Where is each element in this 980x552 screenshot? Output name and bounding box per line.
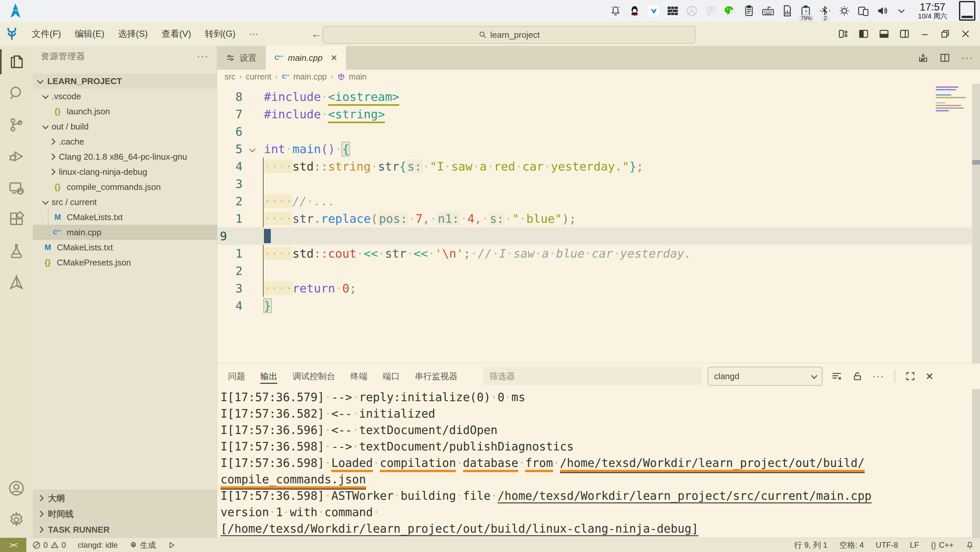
maximize-panel-icon[interactable] bbox=[905, 371, 916, 382]
accounts-icon[interactable] bbox=[0, 472, 33, 504]
archive-download-icon[interactable] bbox=[918, 52, 928, 63]
extensions-icon[interactable] bbox=[0, 204, 33, 235]
explorer-more-actions-icon[interactable]: ··· bbox=[197, 51, 209, 62]
clipboard-icon[interactable] bbox=[743, 5, 755, 17]
bluetooth-icon[interactable]: 2 bbox=[819, 5, 831, 17]
tree-item--vscode[interactable]: .vscode bbox=[33, 89, 217, 104]
volume-icon[interactable] bbox=[877, 5, 888, 17]
close-panel-icon[interactable]: ✕ bbox=[926, 371, 934, 382]
customize-layout-icon[interactable] bbox=[837, 27, 850, 40]
tree-item-launch-json[interactable]: {}launch.json bbox=[33, 104, 217, 119]
testing-icon[interactable] bbox=[0, 235, 33, 267]
breadcrumb-file[interactable]: main.cpp bbox=[293, 72, 327, 81]
panel-tab-端口[interactable]: 端口 bbox=[383, 363, 399, 389]
menu-view[interactable]: 查看(V) bbox=[154, 28, 198, 40]
unlock-icon[interactable] bbox=[852, 371, 863, 382]
code-line[interactable]: 2 bbox=[217, 262, 972, 280]
close-tab-icon[interactable]: ✕ bbox=[331, 53, 338, 63]
code-line[interactable]: 1····std::cout·<<·str·<<·'\n';·//·I·saw·… bbox=[217, 245, 972, 262]
tree-root-learn-project[interactable]: LEARN_PROJECT bbox=[33, 73, 217, 89]
breadcrumb-symbol[interactable]: main bbox=[349, 72, 367, 81]
sim-card-icon[interactable] bbox=[781, 5, 793, 17]
remote-explorer-icon[interactable] bbox=[0, 172, 33, 204]
tree-item--cache[interactable]: .cache bbox=[33, 134, 217, 149]
menu-edit[interactable]: 编辑(E) bbox=[68, 28, 111, 40]
section-timeline[interactable]: 时间线 bbox=[33, 506, 217, 522]
circle-app-icon[interactable] bbox=[686, 5, 698, 17]
tree-item-linux-clang-ninja-debug[interactable]: linux-clang-ninja-debug bbox=[33, 164, 217, 180]
explorer-icon[interactable] bbox=[0, 46, 33, 78]
tree-item-src-current[interactable]: src / current bbox=[33, 194, 217, 210]
wall-icon[interactable] bbox=[667, 5, 679, 17]
search-icon[interactable] bbox=[0, 78, 33, 109]
remote-indicator[interactable]: >< bbox=[0, 538, 26, 552]
toggle-panel-icon[interactable] bbox=[877, 27, 891, 40]
run-and-debug-icon[interactable] bbox=[0, 141, 33, 172]
file-path-link[interactable]: /home/texsd/Workdir/learn_project/src/cu… bbox=[498, 489, 872, 503]
toggle-sidebar-icon[interactable] bbox=[857, 27, 870, 40]
code-line[interactable]: 9 bbox=[217, 227, 972, 245]
tree-item-compile-commands-json[interactable]: {}compile_commands.json bbox=[33, 180, 217, 194]
menu-goto[interactable]: 转到(G) bbox=[198, 28, 242, 40]
code-line[interactable]: 7#include·<string> bbox=[217, 105, 972, 123]
panel-tab-问题[interactable]: 问题 bbox=[228, 363, 245, 389]
panels-icon[interactable] bbox=[705, 5, 717, 17]
breadcrumb-current[interactable]: current bbox=[246, 72, 272, 81]
phone-link-icon[interactable] bbox=[858, 5, 869, 17]
code-line[interactable]: 2····//·... bbox=[217, 192, 972, 210]
restore-icon[interactable] bbox=[939, 27, 952, 40]
command-center-search[interactable]: learn_project bbox=[322, 26, 696, 44]
eol-status[interactable]: LF bbox=[904, 538, 925, 552]
file-path-link[interactable]: compile_commands.json bbox=[221, 473, 366, 488]
problems-status[interactable]: 0 0 bbox=[26, 538, 72, 552]
file-path-link[interactable]: [/home/texsd/Workdir/learn_project/out/b… bbox=[221, 522, 698, 535]
code-line[interactable]: 4····std::string·str{s:·"I·saw·a·red·car… bbox=[217, 158, 972, 175]
panel-tab-串行监视器[interactable]: 串行监视器 bbox=[415, 363, 457, 389]
settings-gear-icon[interactable] bbox=[0, 504, 33, 536]
output-log[interactable]: I[17:57:36.579]·-->·reply:initialize(0)·… bbox=[217, 389, 972, 538]
clear-output-icon[interactable] bbox=[831, 371, 842, 382]
tree-item-clang-20-1-8-x86-64-pc-linux-gnu[interactable]: Clang 20.1.8 x86_64-pc-linux-gnu bbox=[33, 149, 217, 164]
code-line[interactable]: 3····return·0; bbox=[217, 280, 972, 297]
tab-settings[interactable]: 设置 bbox=[217, 46, 266, 70]
tree-item-cmakepresets-json[interactable]: {}CMakePresets.json bbox=[33, 255, 217, 270]
section-outline[interactable]: 大纲 bbox=[33, 490, 217, 506]
fold-chevron-icon[interactable] bbox=[249, 146, 256, 153]
tree-item-cmakelists-txt[interactable]: MCMakeLists.txt bbox=[33, 210, 217, 225]
notifications-bell-icon[interactable] bbox=[959, 538, 980, 552]
tab-main-cpp[interactable]: C++ main.cpp ✕ bbox=[266, 46, 346, 70]
output-channel-select[interactable]: clangd bbox=[708, 367, 822, 386]
close-window-icon[interactable] bbox=[959, 27, 972, 40]
language-mode-status[interactable]: {}C++ bbox=[925, 538, 959, 552]
menu-selection[interactable]: 选择(S) bbox=[111, 28, 154, 40]
menu-more[interactable]: ··· bbox=[242, 29, 265, 39]
clangd-status[interactable]: clangd: idle bbox=[72, 538, 124, 552]
wechat-icon[interactable] bbox=[724, 5, 736, 17]
tree-item-out-build[interactable]: out / build bbox=[33, 119, 217, 134]
file-path-link[interactable]: /home/texsd/Workdir/learn_project/out/bu… bbox=[560, 457, 865, 472]
line-col-status[interactable]: 行 9, 列 1 bbox=[788, 538, 834, 552]
cmake-icon[interactable] bbox=[0, 267, 33, 298]
indent-status[interactable]: 空格: 4 bbox=[834, 538, 870, 552]
panel-more-actions-icon[interactable]: ··· bbox=[873, 371, 885, 382]
minimize-icon[interactable] bbox=[918, 27, 931, 40]
tree-item-cmakelists-txt[interactable]: MCMakeLists.txt bbox=[33, 240, 217, 255]
notifications-icon[interactable] bbox=[609, 5, 622, 17]
code-line[interactable]: 3 bbox=[217, 175, 972, 192]
panel-tab-调试控制台[interactable]: 调试控制台 bbox=[293, 363, 335, 389]
breadcrumb-src[interactable]: src bbox=[224, 72, 235, 81]
minimap[interactable] bbox=[935, 86, 967, 113]
brightness-icon[interactable] bbox=[838, 5, 850, 17]
display-icon[interactable] bbox=[959, 1, 975, 21]
split-editor-icon[interactable] bbox=[940, 52, 950, 63]
panel-tab-输出[interactable]: 输出 bbox=[260, 363, 277, 389]
tree-item-main-cpp[interactable]: C++main.cpp bbox=[33, 225, 217, 240]
output-filter-input[interactable] bbox=[484, 367, 702, 385]
code-line[interactable]: 4} bbox=[217, 297, 972, 315]
menu-file[interactable]: 文件(F) bbox=[25, 28, 68, 40]
section-task-runner[interactable]: TASK RUNNER bbox=[33, 522, 217, 538]
arch-menu-button[interactable] bbox=[8, 3, 23, 19]
qq-icon[interactable] bbox=[629, 5, 641, 17]
editor-scrollbar[interactable] bbox=[972, 84, 980, 363]
launch-target-button[interactable] bbox=[162, 538, 181, 552]
